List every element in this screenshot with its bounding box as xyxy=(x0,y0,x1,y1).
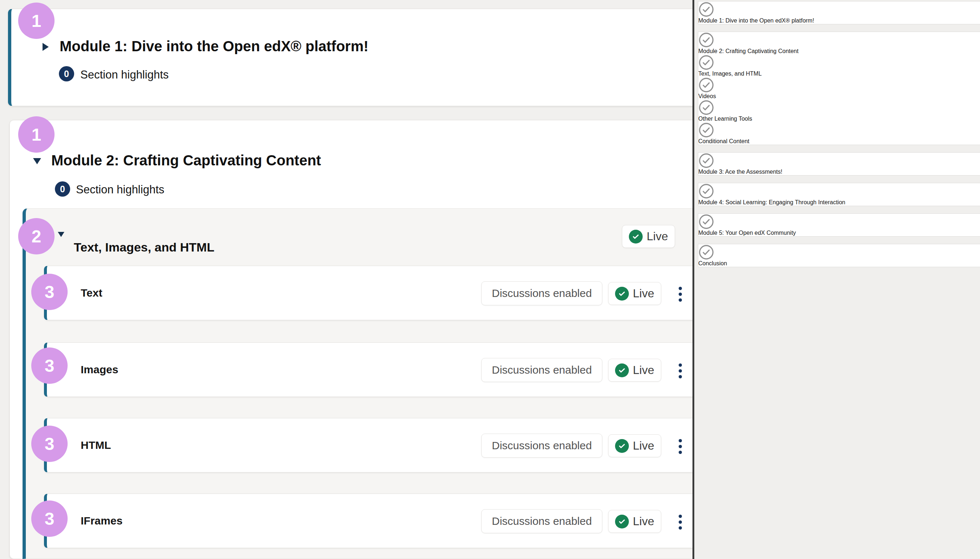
sidebar-card: Conclusion xyxy=(698,244,980,267)
sidebar-nav-row[interactable]: Conditional Content xyxy=(698,122,980,145)
expand-section-caret-icon[interactable] xyxy=(43,43,49,51)
sidebar-item-label: Module 2: Crafting Captivating Content xyxy=(698,48,980,55)
sidebar-item-label: Conclusion xyxy=(698,260,980,267)
sidebar-item-label: Module 4: Social Learning: Engaging Thro… xyxy=(698,199,980,206)
course-outline-main: Module 1: Dive into the Open edX® platfo… xyxy=(0,0,694,559)
sidebar-nav-row[interactable]: Other Learning Tools xyxy=(698,99,980,122)
unit-card[interactable]: IFrames Discussions enabled Live xyxy=(44,494,694,548)
sidebar-item-label: Conditional Content xyxy=(698,138,980,145)
sidebar-nav-row[interactable]: Module 4: Social Learning: Engaging Thro… xyxy=(698,183,980,206)
section-card-module-1: Module 1: Dive into the Open edX® platfo… xyxy=(8,9,694,106)
section-title: Module 2: Crafting Captivating Content xyxy=(51,152,321,169)
unit-title: IFrames xyxy=(81,515,122,527)
discussions-enabled-badge: Discussions enabled xyxy=(481,281,602,305)
som-badge-7: 3 xyxy=(31,501,68,537)
sidebar-nav-row[interactable]: Module 1: Dive into the Open edX® platfo… xyxy=(698,2,980,24)
sidebar-card: Module 1: Dive into the Open edX® platfo… xyxy=(698,1,980,24)
highlights-count-badge: 0 xyxy=(55,181,70,197)
check-circle-filled-icon xyxy=(629,230,643,243)
sidebar-row-list: Module 1: Dive into the Open edX® platfo… xyxy=(698,2,980,24)
discussions-enabled-badge: Discussions enabled xyxy=(481,509,602,533)
check-circle-filled-icon xyxy=(615,515,629,528)
collapse-subsection-caret-icon[interactable] xyxy=(58,232,64,237)
sidebar-row-list: Module 3: Ace the Assessments! xyxy=(698,153,980,175)
section-title: Module 1: Dive into the Open edX® platfo… xyxy=(59,38,369,55)
discussions-enabled-badge: Discussions enabled xyxy=(481,433,602,458)
unit-card[interactable]: HTML Discussions enabled Live xyxy=(44,418,694,473)
check-circle-icon xyxy=(698,153,714,169)
som-badge-4: 3 xyxy=(31,274,68,310)
sidebar-item-label: Text, Images, and HTML xyxy=(698,71,980,77)
check-circle-icon xyxy=(698,55,714,71)
check-circle-icon xyxy=(698,2,714,17)
sidebar-nav-row[interactable]: Module 3: Ace the Assessments! xyxy=(698,153,980,175)
som-badge-5: 3 xyxy=(31,347,68,384)
highlights-label[interactable]: Section highlights xyxy=(80,68,169,81)
subsection-status-badge: Live xyxy=(622,225,675,248)
kebab-menu-icon[interactable] xyxy=(679,287,682,302)
sidebar-row-list: Module 5: Your Open edX Community xyxy=(698,214,980,236)
course-navigation-sidebar: Module 1: Dive into the Open edX® platfo… xyxy=(692,0,980,559)
unit-card[interactable]: Images Discussions enabled Live xyxy=(44,342,694,397)
status-label: Live xyxy=(633,287,654,300)
sidebar-item-label: Module 5: Your Open edX Community xyxy=(698,230,980,236)
sidebar-card: Module 2: Crafting Captivating Content T… xyxy=(698,31,980,145)
sidebar-nav-row[interactable]: Conclusion xyxy=(698,244,980,267)
unit-status-badge: Live xyxy=(608,359,661,382)
subsection-title: Text, Images, and HTML xyxy=(74,240,215,255)
check-circle-icon xyxy=(698,99,714,116)
discussions-enabled-badge: Discussions enabled xyxy=(481,358,602,382)
check-circle-icon xyxy=(698,77,714,93)
unit-title: HTML xyxy=(81,439,111,452)
unit-status-badge: Live xyxy=(608,510,661,533)
check-circle-filled-icon xyxy=(615,439,629,453)
sidebar-nav-row[interactable]: Module 2: Crafting Captivating Content xyxy=(698,32,980,55)
unit-status-badge: Live xyxy=(608,282,661,305)
som-badge-3: 2 xyxy=(18,218,55,255)
check-circle-icon xyxy=(698,244,714,260)
sidebar-item-label: Module 3: Ace the Assessments! xyxy=(698,169,980,175)
check-circle-icon xyxy=(698,214,714,230)
sidebar-row-list: Module 2: Crafting Captivating Content T… xyxy=(698,32,980,145)
status-label: Live xyxy=(633,439,654,453)
sidebar-nav-row[interactable]: Text, Images, and HTML xyxy=(698,55,980,77)
check-circle-filled-icon xyxy=(615,364,629,377)
sidebar-item-label: Module 1: Dive into the Open edX® platfo… xyxy=(698,17,980,24)
unit-title: Images xyxy=(81,364,118,376)
sidebar-row-list: Conclusion xyxy=(698,244,980,267)
som-badge-6: 3 xyxy=(31,426,68,462)
unit-card[interactable]: Text Discussions enabled Live xyxy=(44,266,694,320)
sidebar-nav-row[interactable]: Module 5: Your Open edX Community xyxy=(698,214,980,236)
sidebar-card: Module 5: Your Open edX Community xyxy=(698,213,980,237)
sidebar-nav-row[interactable]: Videos xyxy=(698,77,980,99)
highlights-label[interactable]: Section highlights xyxy=(76,183,164,196)
check-circle-icon xyxy=(698,32,714,48)
sidebar-card: Module 4: Social Learning: Engaging Thro… xyxy=(698,183,980,206)
subsection-panel: Text, Images, and HTML Live Text Discuss… xyxy=(23,208,694,559)
kebab-menu-icon[interactable] xyxy=(679,364,682,378)
kebab-menu-icon[interactable] xyxy=(679,515,682,529)
highlights-count-badge: 0 xyxy=(59,66,74,81)
status-label: Live xyxy=(647,230,668,243)
status-label: Live xyxy=(633,364,654,377)
unit-status-badge: Live xyxy=(608,434,661,457)
check-circle-icon xyxy=(698,122,714,138)
check-circle-icon xyxy=(698,183,714,199)
sidebar-row-list: Module 4: Social Learning: Engaging Thro… xyxy=(698,183,980,206)
course-outline-page: Module 1: Dive into the Open edX® platfo… xyxy=(0,0,980,559)
check-circle-filled-icon xyxy=(615,287,629,301)
sidebar-item-label: Other Learning Tools xyxy=(698,116,980,122)
som-badge-2: 1 xyxy=(18,116,55,153)
sidebar-item-label: Videos xyxy=(698,93,980,99)
collapse-section-caret-icon[interactable] xyxy=(33,158,41,164)
sidebar-card: Module 3: Ace the Assessments! xyxy=(698,152,980,175)
unit-title: Text xyxy=(81,287,102,299)
sidebar-card-list: Module 1: Dive into the Open edX® platfo… xyxy=(694,1,980,267)
som-badge-1: 1 xyxy=(18,3,55,39)
kebab-menu-icon[interactable] xyxy=(679,439,682,454)
status-label: Live xyxy=(633,515,654,528)
